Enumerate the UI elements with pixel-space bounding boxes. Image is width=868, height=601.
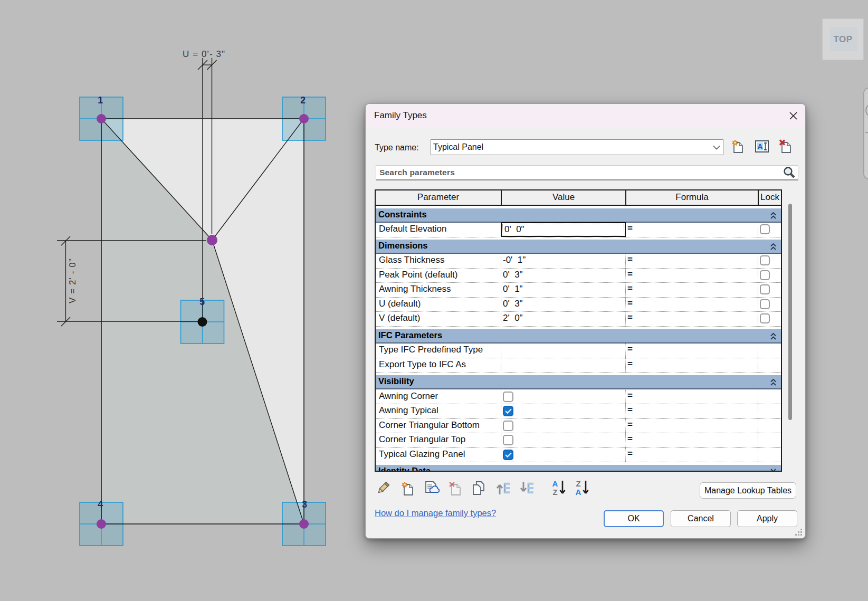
svg-text:V = 2' - 0": V = 2' - 0" — [68, 258, 78, 303]
svg-text:U = 0'- 3": U = 0'- 3" — [183, 49, 225, 59]
svg-text:A: A — [552, 480, 558, 488]
svg-text:5: 5 — [199, 297, 205, 307]
svg-text:A: A — [576, 488, 581, 496]
svg-text:3: 3 — [302, 499, 307, 510]
svg-text:2: 2 — [300, 95, 306, 106]
svg-text:4: 4 — [98, 499, 103, 510]
svg-text:Z: Z — [552, 488, 557, 496]
svg-text:Z: Z — [576, 480, 580, 488]
svg-text:A: A — [757, 142, 763, 151]
svg-text:1: 1 — [98, 95, 103, 106]
